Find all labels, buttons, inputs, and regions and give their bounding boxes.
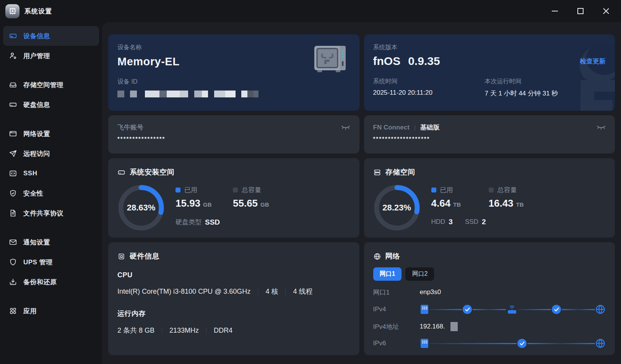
storage-space-donut: 28.23% xyxy=(373,184,421,231)
os-version: 0.9.35 xyxy=(408,55,440,68)
sidebar-item-backup-restore[interactable]: 备份和还原 xyxy=(3,272,99,292)
id-block xyxy=(194,91,202,97)
nas-device-illustration xyxy=(312,43,350,76)
feiniu-account-card: 飞牛账号 **************** xyxy=(108,115,359,154)
sidebar-item-user-management[interactable]: 用户管理 xyxy=(3,46,99,66)
sidebar-item-apps[interactable]: 应用 xyxy=(3,301,99,321)
ipv4-address-value: 192.168. xyxy=(420,323,445,330)
cpu-threads: 4 线程 xyxy=(293,287,312,296)
eye-closed-icon[interactable] xyxy=(597,124,606,131)
minimize-button[interactable] xyxy=(550,6,560,16)
port-label: 网口1 xyxy=(373,288,420,297)
feiniu-account-masked-value: **************** xyxy=(117,135,350,142)
browser-window-icon xyxy=(8,129,18,138)
ram-type: DDR4 xyxy=(214,327,232,335)
app-logo-gear-icon xyxy=(5,4,20,18)
fn-connect-label: FN Connect xyxy=(373,124,410,131)
uptime-label: 本次运行时间 xyxy=(485,78,597,86)
feiniu-account-label: 飞牛账号 xyxy=(117,123,143,132)
total-value: 16.43 xyxy=(489,197,514,209)
sidebar-item-storage-management[interactable]: 存储空间管理 xyxy=(3,75,99,95)
ipv4-label: IPv4 xyxy=(373,306,420,313)
id-block xyxy=(214,91,225,97)
paper-plane-icon xyxy=(8,149,18,158)
system-time-value: 2025-11-20 20:11:20 xyxy=(373,89,485,97)
sidebar-item-security[interactable]: 安全性 xyxy=(3,183,99,203)
sidebar-item-notifications[interactable]: 通知设置 xyxy=(3,232,99,252)
user-gear-icon xyxy=(8,51,18,60)
system-version-label: 系统版本 xyxy=(373,44,606,52)
check-icon xyxy=(517,339,527,348)
total-unit: GB xyxy=(260,201,269,208)
total-legend-swatch xyxy=(489,188,494,193)
used-unit: GB xyxy=(203,201,212,208)
tab-port2[interactable]: 网口2 xyxy=(405,267,434,281)
used-label: 已用 xyxy=(184,186,197,194)
drive-icon xyxy=(117,168,125,176)
total-label: 总容量 xyxy=(497,186,517,194)
document-icon xyxy=(8,209,18,218)
network-title: 网络 xyxy=(385,251,400,261)
system-version-card: 系统版本 fnOS 0.9.35 检查更新 系统时间 2025-11-20 20… xyxy=(364,34,615,111)
cpu-cores: 4 核 xyxy=(265,287,278,296)
storage-space-percent: 28.23% xyxy=(373,184,421,231)
sidebar-item-file-sharing[interactable]: 文件共享协议 xyxy=(3,203,99,223)
globe-icon xyxy=(373,252,381,260)
close-button[interactable] xyxy=(601,6,611,16)
id-block xyxy=(180,91,188,97)
system-space-title: 系统安装空间 xyxy=(130,167,174,177)
nas-drive-icon xyxy=(8,31,18,40)
fn-connect-card: FN Connect | 基础版 ******************* xyxy=(364,115,615,154)
system-space-donut: 28.63% xyxy=(117,184,165,231)
hdd-count: 3 xyxy=(449,218,453,226)
total-legend-swatch xyxy=(233,188,238,193)
hdd-label: HDD xyxy=(431,218,445,226)
os-name: fnOS xyxy=(373,55,401,68)
id-block xyxy=(202,91,208,97)
sidebar-item-network-settings[interactable]: 网络设置 xyxy=(3,124,99,144)
ipv6-label: IPv6 xyxy=(373,340,420,347)
tab-port1[interactable]: 网口1 xyxy=(373,267,402,281)
disk-type-label: 硬盘类型 xyxy=(176,218,202,226)
id-block xyxy=(247,91,254,97)
shield-check-icon xyxy=(8,189,18,198)
used-legend-swatch xyxy=(431,188,436,193)
used-value: 15.93 xyxy=(176,197,200,209)
id-block xyxy=(254,91,258,97)
storage-space-card: 存储空间 28.23% 已用 4.64TB xyxy=(364,158,615,238)
sidebar-item-ssh[interactable]: SSH xyxy=(3,163,99,183)
apps-grid-icon xyxy=(8,306,18,315)
system-space-card: 系统安装空间 28.63% 已用 15.93GB xyxy=(108,158,359,238)
maximize-button[interactable] xyxy=(575,6,585,16)
disk-type-value: SSD xyxy=(205,218,220,226)
ssd-label: SSD xyxy=(465,218,478,226)
sidebar-item-device-info[interactable]: 设备信息 xyxy=(3,26,99,46)
hardware-title: 硬件信息 xyxy=(130,251,159,261)
sidebar-item-ups[interactable]: UPS 管理 xyxy=(3,252,99,272)
nas-node-icon xyxy=(420,304,429,315)
eye-closed-icon[interactable] xyxy=(341,124,350,131)
sidebar-item-disk-info[interactable]: 硬盘信息 xyxy=(3,95,99,115)
fn-connect-tier: 基础版 xyxy=(420,123,440,132)
chip-icon xyxy=(117,252,125,260)
storage-space-title: 存储空间 xyxy=(385,167,415,177)
code-terminal-icon xyxy=(8,169,18,178)
id-block xyxy=(117,91,124,97)
network-card: 网络 网口1 网口2 网口1 enp3s0 IPv4 xyxy=(364,242,615,355)
internet-globe-icon xyxy=(595,304,606,315)
shield-icon xyxy=(8,257,18,267)
cpu-model: Intel(R) Core(TM) i3-8100 CPU @ 3.60GHz xyxy=(117,288,250,296)
server-stack-icon xyxy=(373,168,381,176)
device-id-redacted xyxy=(117,91,350,97)
check-update-link[interactable]: 检查更新 xyxy=(580,57,606,66)
titlebar: 系统设置 xyxy=(0,0,621,22)
sidebar-item-remote-access[interactable]: 远程访问 xyxy=(3,144,99,163)
ram-speed: 2133MHz xyxy=(169,327,199,335)
port-value: enp3s0 xyxy=(420,288,441,296)
download-tray-icon xyxy=(8,277,18,286)
ipv4-address-label: IPv4地址 xyxy=(373,322,420,331)
total-label: 总容量 xyxy=(242,186,261,194)
id-block xyxy=(130,91,137,97)
uptime-value: 7 天 1 小时 44 分钟 31 秒 xyxy=(485,89,597,98)
id-block xyxy=(241,91,247,97)
